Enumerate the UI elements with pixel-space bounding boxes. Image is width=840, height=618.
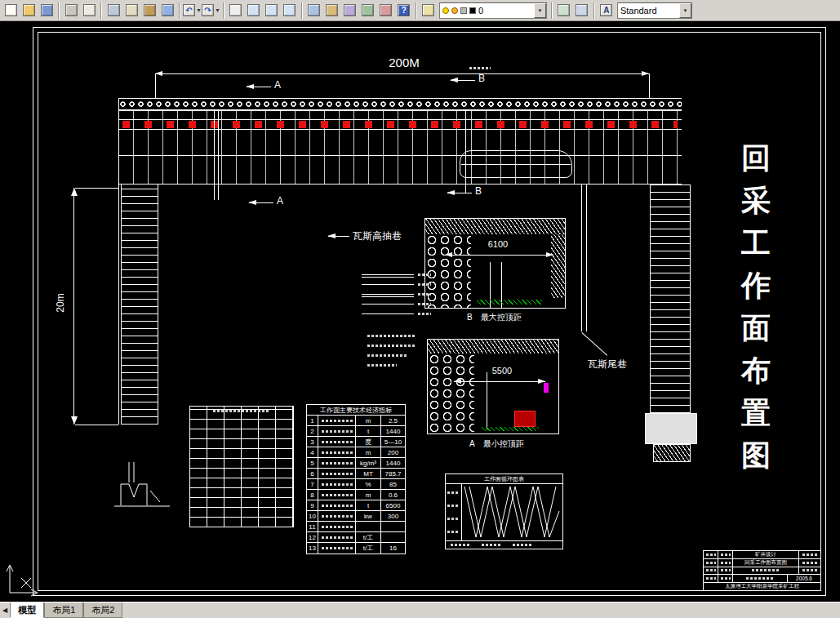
indicator-value: 85 (381, 479, 405, 489)
dimension-text-200m: 200M (347, 56, 461, 69)
sun-icon (451, 7, 458, 14)
indicator-value: 2.5 (381, 416, 405, 425)
text-style-button[interactable]: A (598, 2, 616, 20)
markup-set-manager-button[interactable] (377, 2, 395, 20)
match-properties-button[interactable] (158, 2, 176, 20)
tab-layout1[interactable]: 布局1 (44, 602, 83, 618)
section-b-arrow (451, 80, 475, 81)
properties-palette-icon (308, 4, 320, 16)
dimension-extension (75, 425, 118, 425)
new-file-icon (5, 4, 17, 16)
title-block-cell (799, 559, 820, 567)
indicator-no: 11 (307, 522, 318, 531)
axis-label-bar (447, 518, 459, 520)
title-block-cell (718, 567, 733, 575)
indicator-value: 785.7 (381, 469, 405, 478)
floor-marks (482, 427, 539, 431)
new-button[interactable] (2, 2, 20, 20)
style-combo-dropdown[interactable]: ▼ (679, 3, 691, 18)
right-gateway-end-detail (653, 444, 691, 462)
indicator-row: 7%85 (307, 479, 405, 490)
cut-button[interactable] (104, 2, 122, 20)
indicator-name-bar (322, 494, 353, 496)
redo-button[interactable]: ↷▼ (202, 2, 220, 20)
tab-layout2[interactable]: 布局2 (83, 602, 122, 618)
help-button[interactable]: ? (395, 2, 413, 20)
section-b-coal-hatch (551, 234, 565, 298)
plot-preview-button[interactable] (80, 2, 98, 20)
indicator-unit: kw (356, 511, 381, 521)
make-object-layer-current-button[interactable] (555, 2, 573, 20)
tab-model[interactable]: 模型 (10, 602, 44, 618)
left-gateway-wall (118, 98, 119, 425)
indicator-no: 3 (307, 437, 318, 447)
tool-palettes-icon (344, 4, 356, 16)
designcenter-button[interactable] (323, 2, 341, 20)
drawing-canvas[interactable]: 200M A B B A 瓦斯尾巷 瓦斯高抽巷 20m 6100 (0, 21, 840, 602)
properties-button[interactable] (305, 2, 323, 20)
zoom-window-button[interactable] (263, 2, 281, 20)
indicator-name-bar (322, 430, 353, 433)
cycle-chart-footer (446, 540, 562, 549)
dimension-line-5500 (454, 381, 545, 382)
indicator-unit: m (356, 490, 381, 500)
indicator-no: 1 (307, 416, 318, 425)
side-title-char: 工 (741, 229, 771, 258)
section-a-cutline (218, 110, 219, 200)
gas-tail-gateway-line (586, 185, 587, 331)
indicator-value: 6500 (381, 500, 405, 510)
axis-label-bar (447, 531, 459, 533)
ucs-icon (3, 560, 41, 598)
legend-label-bar (418, 273, 431, 276)
side-title-char: 作 (741, 271, 771, 300)
legend-line (362, 304, 414, 305)
pan-button[interactable] (227, 2, 245, 20)
sheet-set-manager-button[interactable] (359, 2, 377, 20)
redo-dropdown[interactable]: ▼ (215, 7, 220, 13)
zoom-previous-button[interactable] (281, 2, 299, 20)
layer-previous-button[interactable] (573, 2, 591, 20)
layer-combo[interactable]: 0 ▼ (439, 2, 547, 19)
layer-properties-button[interactable] (420, 2, 438, 20)
indicator-table-rows: 1m2.52t14403度5—104m2005kg/m³14406MT785.7… (307, 416, 405, 554)
indicator-unit: 度 (356, 437, 381, 447)
undo-dropdown[interactable]: ▼ (196, 7, 202, 13)
indicator-unit: t/工 (356, 532, 381, 542)
tab-scroll-left[interactable]: ◀ (0, 602, 10, 618)
indicator-name-bar (322, 505, 353, 507)
indicator-unit: t (356, 500, 381, 510)
section-b-cutline (465, 110, 466, 193)
open-button[interactable] (20, 2, 38, 20)
help-question-icon: ? (398, 4, 410, 16)
zoom-realtime-button[interactable] (245, 2, 263, 20)
drawing-line (118, 129, 682, 130)
section-b-caption: B最大控顶距 (467, 312, 522, 323)
indicator-value (381, 532, 405, 542)
plot-button[interactable] (62, 2, 80, 20)
scissors-icon (108, 4, 120, 16)
cycle-chart-title: 工作面循环图表 (446, 474, 562, 484)
indicator-name (318, 447, 356, 457)
layer-combo-dropdown[interactable]: ▼ (534, 3, 546, 18)
section-b-arrow (447, 193, 472, 193)
tool-palettes-button[interactable] (341, 2, 359, 20)
floor-marks (477, 300, 542, 305)
save-button[interactable] (38, 2, 56, 20)
dimension-text-6100: 6100 (457, 239, 539, 249)
undo-button[interactable]: ↶▼ (183, 2, 202, 20)
section-a-arrow (247, 87, 271, 87)
paste-button[interactable] (140, 2, 158, 20)
copy-button[interactable] (122, 2, 140, 20)
left-gateway-ladder (121, 185, 158, 425)
indicator-value (381, 522, 405, 531)
section-a-roof-hatch (428, 340, 558, 353)
indicator-value: 0.6 (381, 490, 405, 500)
note-text-bar (367, 345, 416, 347)
indicator-row: 11 (307, 522, 405, 532)
section-a-arrow (249, 202, 273, 203)
gas-drainage-arrow (328, 236, 349, 237)
style-combo[interactable]: Standard ▼ (617, 2, 692, 19)
indicator-name (318, 437, 356, 447)
indicator-unit: t (356, 426, 381, 436)
mining-machine-symbol (514, 411, 536, 427)
